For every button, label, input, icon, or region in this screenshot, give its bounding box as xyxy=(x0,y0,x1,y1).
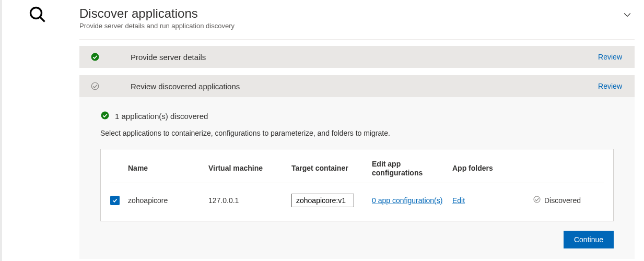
svg-point-4 xyxy=(101,112,109,120)
chevron-down-icon[interactable] xyxy=(622,9,633,21)
col-editcfg: Edit app configurations xyxy=(372,160,450,177)
check-circle-icon xyxy=(100,111,110,122)
discovered-panel: 1 application(s) discovered Select appli… xyxy=(79,97,635,259)
step-label: Provide server details xyxy=(131,53,598,62)
check-circle-icon xyxy=(89,52,101,62)
svg-point-0 xyxy=(31,8,42,19)
table-row: zohoapicore 127.0.0.1 0 app configuratio… xyxy=(110,183,604,207)
step-review-discovered: Review discovered applications Review xyxy=(79,75,635,97)
instruction-text: Select applications to containerize, con… xyxy=(100,129,614,137)
edit-app-config-link[interactable]: 0 app configuration(s) xyxy=(372,196,442,205)
svg-line-1 xyxy=(40,17,45,22)
svg-point-2 xyxy=(91,53,99,61)
review-link-step2[interactable]: Review xyxy=(598,82,622,90)
cell-vm: 127.0.0.1 xyxy=(208,196,289,205)
step-provide-server-details: Provide server details Review xyxy=(79,46,635,68)
status-circle-icon xyxy=(533,195,541,205)
table-header-row: Name Virtual machine Target container Ed… xyxy=(110,153,604,183)
target-container-input[interactable] xyxy=(291,194,354,207)
col-folders: App folders xyxy=(452,164,531,173)
col-vm: Virtual machine xyxy=(208,164,289,173)
discovered-count: 1 application(s) discovered xyxy=(115,112,208,121)
row-checkbox[interactable] xyxy=(110,196,120,205)
pending-circle-icon xyxy=(89,81,101,91)
edit-folders-link[interactable]: Edit xyxy=(452,196,465,205)
svg-point-5 xyxy=(534,196,540,203)
svg-point-3 xyxy=(91,82,99,90)
col-target: Target container xyxy=(291,164,370,173)
page-title: Discover applications xyxy=(79,6,235,21)
cell-name: zohoapicore xyxy=(128,196,206,205)
page-subtitle: Provide server details and run applicati… xyxy=(79,22,235,30)
continue-button[interactable]: Continue xyxy=(564,231,614,248)
search-icon[interactable] xyxy=(28,5,47,26)
cell-status: Discovered xyxy=(544,196,581,205)
review-link-step1[interactable]: Review xyxy=(598,53,622,61)
col-name: Name xyxy=(128,164,206,173)
step-label: Review discovered applications xyxy=(131,82,598,91)
applications-table: Name Virtual machine Target container Ed… xyxy=(100,149,614,221)
left-rail xyxy=(0,0,2,261)
header-divider xyxy=(79,39,635,40)
